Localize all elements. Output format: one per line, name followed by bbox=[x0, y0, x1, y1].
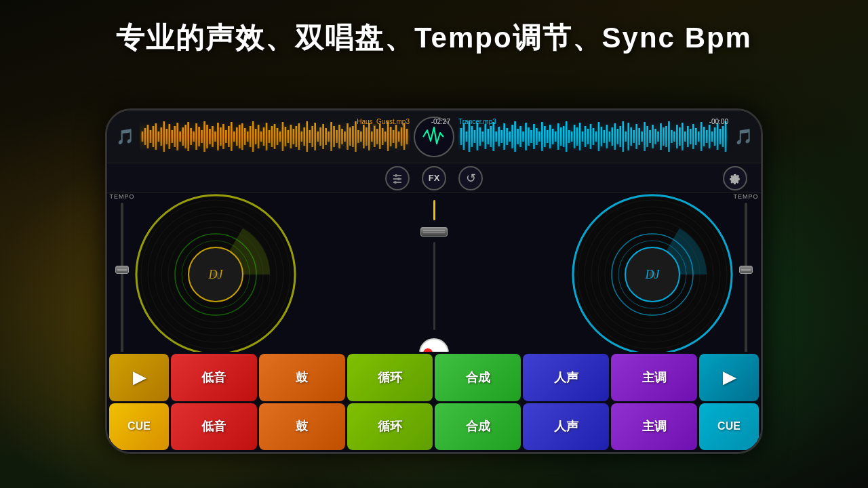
svg-rect-35 bbox=[236, 127, 238, 146]
synth-btn-2[interactable]: 合成 bbox=[435, 403, 521, 451]
svg-rect-6 bbox=[158, 131, 160, 142]
key-btn-2[interactable]: 主调 bbox=[611, 403, 697, 451]
svg-rect-34 bbox=[233, 131, 235, 142]
svg-rect-139 bbox=[568, 130, 570, 143]
svg-rect-183 bbox=[687, 126, 689, 147]
loop-btn-1[interactable]: 循环 bbox=[347, 354, 433, 401]
svg-rect-165 bbox=[638, 128, 640, 145]
svg-rect-197 bbox=[725, 121, 727, 152]
svg-rect-40 bbox=[250, 126, 252, 147]
svg-rect-72 bbox=[336, 130, 338, 143]
drum-btn-2[interactable]: 鼓 bbox=[259, 403, 345, 451]
music-note-right-icon[interactable]: 🎵 bbox=[732, 126, 754, 148]
loop-btn-2[interactable]: 循环 bbox=[347, 403, 433, 451]
turntable-left[interactable]: DJ bbox=[134, 193, 297, 356]
svg-rect-37 bbox=[241, 123, 243, 150]
svg-rect-47 bbox=[269, 130, 271, 143]
svg-rect-179 bbox=[676, 125, 678, 148]
svg-rect-172 bbox=[657, 131, 659, 142]
svg-rect-25 bbox=[209, 129, 211, 144]
svg-rect-166 bbox=[641, 131, 643, 142]
svg-rect-85 bbox=[371, 131, 373, 142]
svg-rect-160 bbox=[625, 131, 627, 142]
svg-rect-39 bbox=[247, 131, 249, 142]
svg-rect-60 bbox=[303, 127, 305, 146]
turntable-right[interactable]: DJ bbox=[571, 193, 734, 356]
svg-rect-13 bbox=[176, 123, 178, 150]
svg-rect-127 bbox=[536, 128, 538, 145]
svg-rect-4 bbox=[153, 126, 155, 147]
play-left-button[interactable]: ▶ bbox=[109, 354, 169, 401]
page-title: 专业的声效、双唱盘、Tempo调节、Sync Bpm bbox=[0, 19, 868, 57]
svg-rect-164 bbox=[635, 124, 637, 149]
drum-btn-1[interactable]: 鼓 bbox=[259, 354, 345, 401]
waveform-visual-right[interactable] bbox=[458, 118, 728, 155]
svg-rect-7 bbox=[161, 127, 163, 146]
svg-rect-118 bbox=[511, 125, 513, 148]
slider-handle-left[interactable] bbox=[115, 266, 129, 274]
svg-rect-18 bbox=[190, 128, 192, 145]
fader-handle[interactable] bbox=[420, 227, 448, 237]
svg-rect-146 bbox=[587, 129, 589, 144]
play-right-button[interactable]: ▶ bbox=[699, 354, 759, 401]
svg-rect-11 bbox=[171, 130, 173, 143]
svg-rect-16 bbox=[184, 125, 186, 148]
svg-rect-87 bbox=[376, 129, 378, 144]
svg-rect-115 bbox=[503, 123, 505, 150]
svg-rect-99 bbox=[460, 128, 462, 145]
svg-rect-103 bbox=[471, 126, 473, 147]
svg-rect-33 bbox=[231, 122, 233, 151]
vocal-btn-1[interactable]: 人声 bbox=[523, 354, 609, 401]
svg-rect-38 bbox=[244, 128, 246, 145]
svg-rect-193 bbox=[714, 127, 716, 146]
vocal-btn-2[interactable]: 人声 bbox=[523, 403, 609, 451]
svg-rect-55 bbox=[290, 125, 292, 148]
svg-rect-119 bbox=[514, 121, 516, 152]
cue-right-button[interactable]: CUE bbox=[699, 403, 759, 451]
svg-rect-17 bbox=[187, 122, 189, 151]
svg-rect-61 bbox=[306, 121, 308, 152]
svg-rect-12 bbox=[174, 126, 176, 147]
svg-rect-188 bbox=[701, 122, 703, 151]
svg-rect-97 bbox=[403, 123, 406, 150]
cue-left-button[interactable]: CUE bbox=[109, 403, 169, 451]
svg-rect-134 bbox=[555, 131, 557, 142]
svg-rect-143 bbox=[579, 123, 581, 150]
eq-button[interactable] bbox=[385, 166, 410, 190]
fx-button[interactable]: FX bbox=[422, 166, 446, 190]
fader-track bbox=[433, 242, 435, 330]
svg-rect-169 bbox=[649, 130, 651, 143]
svg-rect-84 bbox=[368, 123, 370, 150]
svg-rect-117 bbox=[509, 131, 511, 142]
svg-rect-51 bbox=[279, 131, 281, 142]
svg-rect-52 bbox=[282, 122, 284, 151]
track-time-right: -00:00 bbox=[709, 118, 728, 125]
svg-rect-66 bbox=[319, 127, 321, 146]
svg-rect-180 bbox=[679, 127, 681, 146]
key-btn-1[interactable]: 主调 bbox=[611, 354, 697, 401]
svg-rect-81 bbox=[360, 131, 362, 142]
svg-rect-106 bbox=[479, 127, 481, 146]
svg-rect-170 bbox=[652, 125, 654, 148]
bass-btn-2[interactable]: 低音 bbox=[171, 403, 257, 451]
svg-rect-28 bbox=[217, 123, 219, 150]
svg-rect-149 bbox=[595, 131, 597, 142]
slider-handle-right[interactable] bbox=[739, 266, 753, 274]
tempo-label-left: TEMPO bbox=[110, 193, 135, 200]
svg-rect-3 bbox=[150, 130, 152, 143]
svg-rect-111 bbox=[492, 122, 494, 151]
svg-rect-86 bbox=[374, 126, 376, 147]
svg-rect-73 bbox=[338, 125, 340, 148]
phone-power-button bbox=[762, 219, 763, 243]
svg-rect-82 bbox=[363, 125, 365, 148]
svg-rect-148 bbox=[593, 128, 595, 145]
svg-rect-45 bbox=[263, 127, 265, 146]
svg-rect-5 bbox=[155, 123, 157, 150]
bass-btn-1[interactable]: 低音 bbox=[171, 354, 257, 401]
reset-button[interactable]: ↺ bbox=[458, 166, 483, 190]
settings-button[interactable] bbox=[723, 166, 747, 190]
synth-btn-1[interactable]: 合成 bbox=[435, 354, 521, 401]
svg-rect-147 bbox=[590, 124, 592, 149]
svg-rect-124 bbox=[528, 127, 530, 146]
music-note-left-icon[interactable]: 🎵 bbox=[114, 126, 136, 148]
